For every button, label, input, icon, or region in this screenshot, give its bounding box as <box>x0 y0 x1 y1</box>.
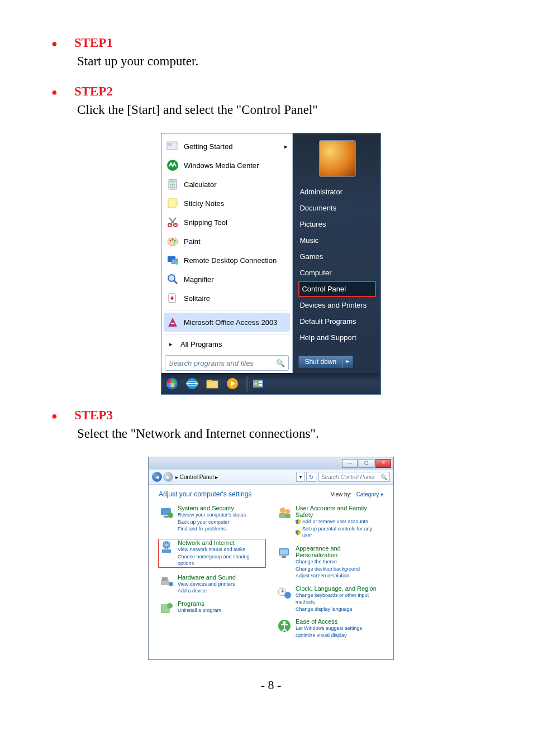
rlink-default[interactable]: Default Programs <box>298 313 376 329</box>
svg-point-15 <box>172 239 174 241</box>
cp-left-column: System and Security Review your computer… <box>159 505 265 645</box>
cat-sub[interactable]: Add a device <box>178 587 236 595</box>
cat-sub[interactable]: Uninstall a program <box>178 607 221 614</box>
rlink-documents[interactable]: Documents <box>298 200 376 216</box>
window-close-button[interactable]: ✕ <box>375 459 391 468</box>
menu-item-wmc[interactable]: Windows Media Center <box>164 156 290 175</box>
step2-desc: Click the [Start] and select the "Contro… <box>77 101 491 118</box>
cat-sub[interactable]: Change keyboards or other input methods <box>296 592 383 606</box>
user-name-label[interactable]: Administrator <box>298 184 376 200</box>
cat-clock-language[interactable]: Clock, Language, and Region Change keybo… <box>277 585 383 613</box>
rlink-control-panel[interactable]: Control Panel <box>298 281 376 297</box>
shutdown-options-button[interactable]: ▸ <box>342 356 353 368</box>
cat-ease-of-access[interactable]: Ease of Access Let Windows suggest setti… <box>277 618 383 639</box>
menu-item-snipping-tool[interactable]: Snipping Tool <box>164 213 290 232</box>
access-icon <box>166 315 179 329</box>
nav-forward-button[interactable]: ► <box>163 472 173 482</box>
view-by-value: Category ▾ <box>356 491 383 497</box>
menu-item-paint[interactable]: Paint <box>164 232 290 251</box>
user-avatar[interactable] <box>319 140 356 177</box>
cat-user-accounts[interactable]: User Accounts and Family Safety Add or r… <box>277 505 383 539</box>
calculator-icon <box>166 178 179 191</box>
start-search-input[interactable]: Search programs and files 🔍 <box>165 355 289 371</box>
cp-search-placeholder: Search Control Panel <box>321 474 374 480</box>
step2-heading: ● STEP2 <box>51 84 491 99</box>
getting-started-icon <box>166 140 179 153</box>
menu-item-calculator[interactable]: Calculator <box>164 175 290 194</box>
cat-sub[interactable]: View network status and tasks <box>178 546 265 553</box>
hardware-icon <box>159 574 174 590</box>
cat-sub[interactable]: Let Windows suggest settings <box>296 625 362 632</box>
window-minimize-button[interactable]: — <box>342 459 358 468</box>
programs-icon <box>159 600 174 616</box>
cat-sub[interactable]: Change the theme <box>296 558 383 566</box>
menu-separator <box>164 334 290 334</box>
svg-point-16 <box>174 240 176 242</box>
breadcrumb[interactable]: ▸ Control Panel ▸ <box>175 474 218 480</box>
svg-rect-57 <box>282 556 286 558</box>
svg-point-9 <box>172 186 173 188</box>
cat-sub[interactable]: Back up your computer <box>178 519 246 526</box>
cat-appearance[interactable]: Appearance and Personalization Change th… <box>277 545 383 580</box>
refresh-button[interactable]: ↻ <box>306 472 316 482</box>
start-orb-icon[interactable] <box>164 376 180 391</box>
cat-sub[interactable]: View devices and printers <box>178 581 236 588</box>
cat-sub[interactable]: Review your computer's status <box>178 511 246 519</box>
menu-item-label: Calculator <box>184 180 288 189</box>
taskbar-wmp-icon[interactable] <box>224 376 241 391</box>
cat-title: Appearance and Personalization <box>296 545 383 558</box>
cp-search-input[interactable]: Search Control Panel 🔍 <box>318 472 390 482</box>
svg-rect-54 <box>285 514 291 518</box>
menu-item-solitaire[interactable]: Solitaire <box>164 289 290 308</box>
cat-network-internet[interactable]: Network and Internet View network status… <box>158 538 266 568</box>
cat-hardware-sound[interactable]: Hardware and Sound View devices and prin… <box>159 574 265 595</box>
cat-programs[interactable]: Programs Uninstall a program <box>159 600 265 616</box>
rlink-music[interactable]: Music <box>298 232 376 248</box>
view-by-control[interactable]: View by: Category ▾ <box>331 491 383 497</box>
cat-sub[interactable]: Find and fix problems <box>178 525 246 533</box>
appearance-icon <box>277 545 292 561</box>
cat-title: Programs <box>178 600 221 607</box>
menu-item-access[interactable]: Microsoft Office Access 2003 <box>164 313 290 332</box>
menu-item-rdc[interactable]: Remote Desktop Connection <box>164 251 290 270</box>
svg-rect-47 <box>162 577 168 581</box>
svg-rect-56 <box>280 549 288 554</box>
taskbar-ie-icon[interactable] <box>184 376 201 391</box>
menu-item-sticky-notes[interactable]: Sticky Notes <box>164 194 290 213</box>
cat-system-security[interactable]: System and Security Review your computer… <box>159 505 265 533</box>
ease-of-access-icon <box>277 618 292 634</box>
rlink-pictures[interactable]: Pictures <box>298 216 376 232</box>
all-programs-item[interactable]: ▸ All Programs <box>164 337 290 352</box>
cat-sub[interactable]: Choose homegroup and sharing options <box>178 553 265 567</box>
svg-line-22 <box>174 280 177 284</box>
cat-title: User Accounts and Family Safety <box>296 505 383 518</box>
cat-sub[interactable]: Adjust screen resolution <box>296 572 383 580</box>
cat-title: Ease of Access <box>296 618 362 625</box>
rlink-games[interactable]: Games <box>298 248 376 265</box>
cat-sub[interactable]: Set up parental controls for any user <box>296 525 383 539</box>
figure-control-panel: — ▢ ✕ ◄ ► ▸ Control Panel ▸ ▾ ↻ Search C… <box>51 457 491 660</box>
menu-item-getting-started[interactable]: Getting Started ▸ <box>164 137 290 156</box>
rlink-help[interactable]: Help and Support <box>298 329 376 346</box>
cp-heading: Adjust your computer's settings <box>159 490 251 498</box>
taskbar-explorer-icon[interactable] <box>204 376 221 391</box>
address-history-button[interactable]: ▾ <box>296 472 305 482</box>
menu-item-magnifier[interactable]: Magnifier <box>164 270 290 289</box>
cat-title: System and Security <box>178 505 246 511</box>
cat-sub[interactable]: Change display language <box>296 606 383 613</box>
cat-sub[interactable]: Optimize visual display <box>296 632 362 639</box>
rlink-devices[interactable]: Devices and Printers <box>298 297 376 313</box>
cp-search-wrap: ▾ ↻ Search Control Panel 🔍 <box>296 472 390 482</box>
shutdown-button[interactable]: Shut down <box>298 356 342 368</box>
menu-item-label: Magnifier <box>184 275 288 284</box>
menu-item-label: Getting Started <box>184 142 284 151</box>
svg-point-5 <box>170 184 172 185</box>
window-maximize-button[interactable]: ▢ <box>359 459 374 468</box>
rlink-computer[interactable]: Computer <box>298 265 376 281</box>
cat-sub[interactable]: Change desktop background <box>296 566 383 573</box>
cat-sub[interactable]: Add or remove user accounts <box>296 518 383 525</box>
taskbar-app-icon[interactable] <box>250 376 266 391</box>
menu-item-label: Sticky Notes <box>184 199 288 208</box>
taskbar-separator <box>246 376 248 391</box>
nav-back-button[interactable]: ◄ <box>152 472 162 482</box>
